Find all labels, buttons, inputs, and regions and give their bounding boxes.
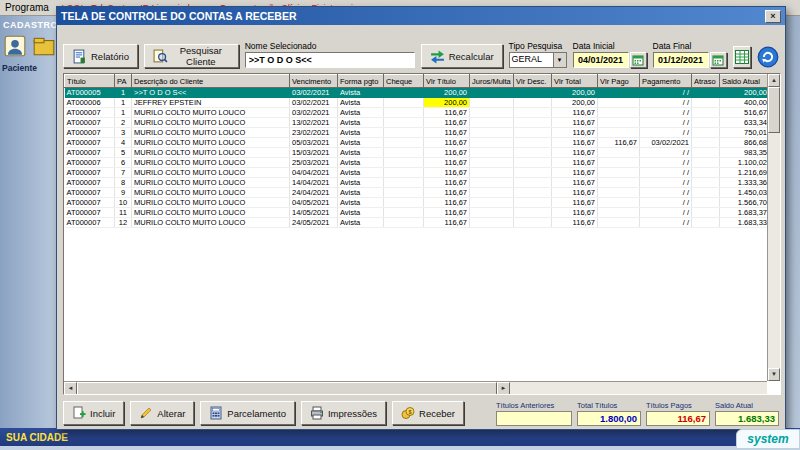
grid-cell[interactable]: 1.100,02	[720, 158, 770, 168]
column-header-4[interactable]: Forma pgto	[338, 75, 384, 88]
recalcular-button[interactable]: Recalcular	[421, 44, 503, 68]
grid-cell[interactable]: 6	[115, 158, 132, 168]
receber-button[interactable]: $ Receber	[392, 401, 464, 425]
horizontal-scroll-thumb[interactable]	[77, 382, 497, 395]
chevron-down-icon[interactable]: ▼	[553, 53, 566, 67]
grid-cell[interactable]	[384, 158, 424, 168]
grid-cell[interactable]	[598, 88, 640, 98]
grid-cell[interactable]: 1	[115, 98, 132, 108]
grid-cell[interactable]: / /	[640, 208, 692, 218]
grid-cell[interactable]: AT000006	[65, 98, 115, 108]
grid-cell[interactable]: AT000007	[65, 108, 115, 118]
column-header-8[interactable]: Vlr Desc.	[514, 75, 552, 88]
grid-cell[interactable]: Avista	[338, 158, 384, 168]
grid-cell[interactable]: Avista	[338, 128, 384, 138]
column-header-7[interactable]: Juros/Multa	[470, 75, 514, 88]
grid-cell[interactable]: Avista	[338, 168, 384, 178]
grid-cell[interactable]	[514, 108, 552, 118]
grid-cell[interactable]	[470, 188, 514, 198]
grid-cell[interactable]: 23/02/2021	[290, 128, 338, 138]
alterar-button[interactable]: Alterar	[130, 401, 194, 425]
grid-cell[interactable]: 116,67	[424, 148, 470, 158]
grid-cell[interactable]: 2	[115, 118, 132, 128]
grid-cell[interactable]: / /	[640, 98, 692, 108]
grid-cell[interactable]: 03/02/2021	[290, 108, 338, 118]
atualizar-button[interactable]	[757, 46, 779, 68]
grid-cell[interactable]	[514, 138, 552, 148]
grid-cell[interactable]	[598, 188, 640, 198]
grid-cell[interactable]: Avista	[338, 198, 384, 208]
grid-cell[interactable]: 633,34	[720, 118, 770, 128]
grid-cell[interactable]	[514, 88, 552, 98]
grid-cell[interactable]: 1.683,37	[720, 208, 770, 218]
grid-cell[interactable]: AT000007	[65, 178, 115, 188]
grid-cell[interactable]	[598, 108, 640, 118]
grid-cell[interactable]: 1.450,03	[720, 188, 770, 198]
grid-cell[interactable]	[598, 168, 640, 178]
grid-cell[interactable]: Avista	[338, 118, 384, 128]
grid-cell[interactable]	[384, 188, 424, 198]
grid-cell[interactable]: / /	[640, 148, 692, 158]
grid-cell[interactable]: Avista	[338, 188, 384, 198]
grid-cell[interactable]: 7	[115, 168, 132, 178]
grid-cell[interactable]: MURILO COLTO MUITO LOUCO	[132, 148, 290, 158]
column-header-6[interactable]: Vlr Título	[424, 75, 470, 88]
grid-cell[interactable]: 116,67	[552, 168, 598, 178]
table-row[interactable]: AT00000712MURILO COLTO MUITO LOUCO24/05/…	[65, 218, 770, 228]
grid-cell[interactable]: MURILO COLTO MUITO LOUCO	[132, 208, 290, 218]
table-row[interactable]: AT0000077MURILO COLTO MUITO LOUCO04/04/2…	[65, 168, 770, 178]
grid-cell[interactable]	[598, 218, 640, 228]
grid-cell[interactable]: 1.683,33	[720, 218, 770, 228]
grid-cell[interactable]: 24/04/2021	[290, 188, 338, 198]
grid-cell[interactable]	[514, 208, 552, 218]
grid-cell[interactable]: MURILO COLTO MUITO LOUCO	[132, 128, 290, 138]
grid-cell[interactable]: 05/03/2021	[290, 138, 338, 148]
grid-cell[interactable]: >>T O D O S<<	[132, 88, 290, 98]
table-row[interactable]: AT0000078MURILO COLTO MUITO LOUCO14/04/2…	[65, 178, 770, 188]
grid-cell[interactable]: 03/02/2021	[290, 98, 338, 108]
grid-cell[interactable]: / /	[640, 158, 692, 168]
grid-cell[interactable]: / /	[640, 218, 692, 228]
grid-cell[interactable]	[692, 168, 720, 178]
grid-cell[interactable]: 1	[115, 88, 132, 98]
column-header-3[interactable]: Vencimento	[290, 75, 338, 88]
scroll-left-icon[interactable]: ◄	[64, 382, 77, 395]
impressoes-button[interactable]: Impressões	[301, 401, 386, 425]
grid-cell[interactable]: 116,67	[552, 178, 598, 188]
grid-cell[interactable]: 10	[115, 198, 132, 208]
grid-cell[interactable]	[470, 138, 514, 148]
table-row[interactable]: AT00000711MURILO COLTO MUITO LOUCO14/05/…	[65, 208, 770, 218]
grid-cell[interactable]	[384, 108, 424, 118]
grid-cell[interactable]	[514, 158, 552, 168]
grid-cell[interactable]	[470, 198, 514, 208]
grid-cell[interactable]	[384, 218, 424, 228]
grid-cell[interactable]	[470, 108, 514, 118]
grid-cell[interactable]	[470, 128, 514, 138]
grid-cell[interactable]	[598, 208, 640, 218]
pesquisar-cliente-button[interactable]: Pesquisar Cliente	[144, 44, 239, 68]
grid-cell[interactable]	[470, 148, 514, 158]
grid-cell[interactable]: 8	[115, 178, 132, 188]
grid-cell[interactable]: 5	[115, 148, 132, 158]
grid-cell[interactable]: 116,67	[552, 118, 598, 128]
grid-cell[interactable]: 116,67	[424, 138, 470, 148]
grid-cell[interactable]: 116,67	[552, 148, 598, 158]
table-row[interactable]: AT0000071MURILO COLTO MUITO LOUCO03/02/2…	[65, 108, 770, 118]
grid-cell[interactable]: 1.333,36	[720, 178, 770, 188]
grid-cell[interactable]	[384, 168, 424, 178]
grid-cell[interactable]	[470, 98, 514, 108]
grid-cell[interactable]: MURILO COLTO MUITO LOUCO	[132, 108, 290, 118]
window-titlebar[interactable]: TELA DE CONTROLE DO CONTAS A RECEBER ×	[57, 7, 785, 25]
scroll-right-icon[interactable]: ►	[497, 382, 510, 395]
grid-cell[interactable]: AT000007	[65, 218, 115, 228]
scroll-down-icon[interactable]: ▼	[768, 368, 780, 381]
grid-cell[interactable]	[514, 128, 552, 138]
grid-cell[interactable]	[692, 178, 720, 188]
grid-cell[interactable]: AT000007	[65, 118, 115, 128]
grid-cell[interactable]	[384, 98, 424, 108]
table-row[interactable]: AT0000075MURILO COLTO MUITO LOUCO15/03/2…	[65, 148, 770, 158]
grid-cell[interactable]	[692, 138, 720, 148]
grid-cell[interactable]: 516,67	[720, 108, 770, 118]
grid-cell[interactable]	[692, 218, 720, 228]
grid-cell[interactable]: Avista	[338, 88, 384, 98]
